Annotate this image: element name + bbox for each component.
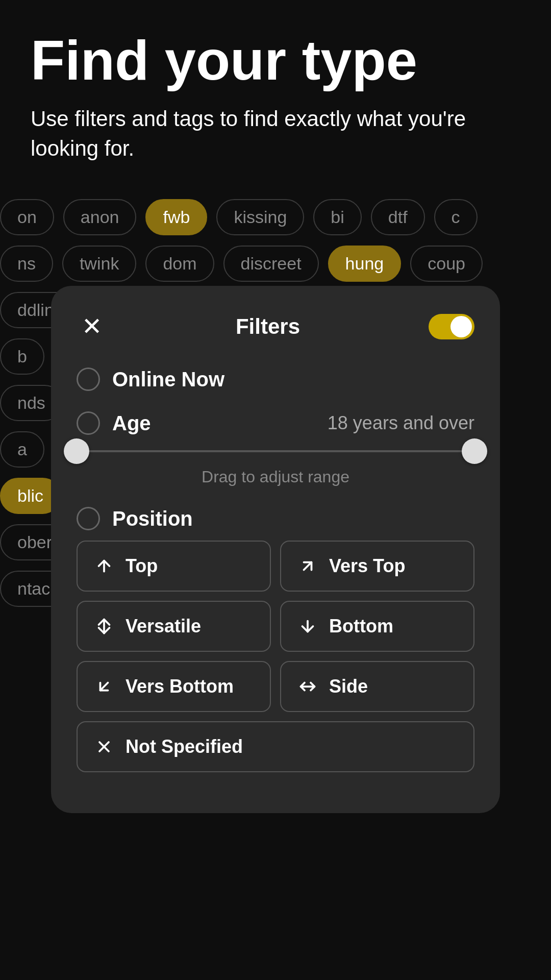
arrow-down-left-icon <box>93 675 115 698</box>
age-slider-thumb-min[interactable] <box>64 438 89 464</box>
tag-dtf[interactable]: dtf <box>371 199 425 235</box>
position-vers-bottom-button[interactable]: Vers Bottom <box>77 661 271 712</box>
arrow-up-icon <box>93 555 115 577</box>
tag-discreet[interactable]: discreet <box>223 246 319 282</box>
position-side-button[interactable]: Side <box>280 661 474 712</box>
position-not-specified-label: Not Specified <box>126 736 243 757</box>
close-icon: ✕ <box>82 314 102 339</box>
close-button[interactable]: ✕ <box>77 311 107 342</box>
tag-fwb[interactable]: fwb <box>145 199 207 235</box>
tag-on[interactable]: on <box>0 199 54 235</box>
age-slider-container <box>77 450 474 452</box>
online-now-section: Online Now <box>77 368 474 391</box>
position-vers-top-button[interactable]: Vers Top <box>280 541 474 592</box>
age-radio[interactable] <box>77 411 100 435</box>
position-label: Position <box>112 507 193 530</box>
position-versatile-button[interactable]: Versatile <box>77 601 271 652</box>
arrows-right-left-icon <box>296 675 319 698</box>
position-side-label: Side <box>329 676 368 697</box>
tag-ns[interactable]: ns <box>0 246 53 282</box>
position-bottom-label: Bottom <box>329 616 393 637</box>
tags-row-2: ns twink dom discreet hung coup <box>0 240 551 287</box>
position-versatile-label: Versatile <box>126 616 201 637</box>
position-top-button[interactable]: Top <box>77 541 271 592</box>
tag-anon[interactable]: anon <box>63 199 137 235</box>
arrow-down-icon <box>296 615 319 638</box>
hero-section: Find your type Use filters and tags to f… <box>31 31 520 164</box>
tag-c[interactable]: c <box>434 199 478 235</box>
tag-twink[interactable]: twink <box>62 246 136 282</box>
position-section: Position Top Vers Top <box>77 507 474 772</box>
online-now-label: Online Now <box>112 368 224 391</box>
position-vers-top-label: Vers Top <box>329 555 405 577</box>
tag-hung[interactable]: hung <box>328 246 402 282</box>
hero-subtitle: Use filters and tags to find exactly wha… <box>31 104 520 164</box>
position-grid: Top Vers Top Versatile <box>77 541 474 772</box>
hero-title: Find your type <box>31 31 520 90</box>
position-row: Position <box>77 507 474 530</box>
tag-a[interactable]: a <box>0 431 44 468</box>
tags-row-1: on anon fwb kissing bi dtf c <box>0 194 551 240</box>
age-label: Age <box>112 412 151 435</box>
svg-line-4 <box>101 683 108 691</box>
position-radio[interactable] <box>77 507 100 530</box>
age-row: Age 18 years and over <box>77 411 474 435</box>
filters-toggle[interactable] <box>429 314 474 339</box>
arrow-up-right-icon <box>296 555 319 577</box>
modal-title: Filters <box>236 314 300 339</box>
svg-line-1 <box>304 562 312 570</box>
age-slider-thumb-max[interactable] <box>462 438 487 464</box>
position-vers-bottom-label: Vers Bottom <box>126 676 234 697</box>
filters-modal: ✕ Filters Online Now Age 18 years and ov… <box>51 286 500 813</box>
tag-b[interactable]: b <box>0 338 44 375</box>
age-value: 18 years and over <box>328 412 474 434</box>
tag-kissing[interactable]: kissing <box>216 199 304 235</box>
toggle-knob <box>450 316 472 337</box>
tag-bi[interactable]: bi <box>313 199 361 235</box>
online-now-row: Online Now <box>77 368 474 391</box>
age-section: Age 18 years and over Drag to adjust ran… <box>77 411 474 486</box>
tag-coup[interactable]: coup <box>410 246 483 282</box>
age-slider-hint: Drag to adjust range <box>77 468 474 486</box>
position-top-label: Top <box>126 555 158 577</box>
position-not-specified-button[interactable]: Not Specified <box>77 721 474 772</box>
x-icon <box>93 736 115 758</box>
tag-dom[interactable]: dom <box>145 246 214 282</box>
arrows-up-down-icon <box>93 615 115 638</box>
position-bottom-button[interactable]: Bottom <box>280 601 474 652</box>
modal-header: ✕ Filters <box>77 311 474 342</box>
age-slider-track[interactable] <box>77 450 474 452</box>
online-now-radio[interactable] <box>77 368 100 391</box>
